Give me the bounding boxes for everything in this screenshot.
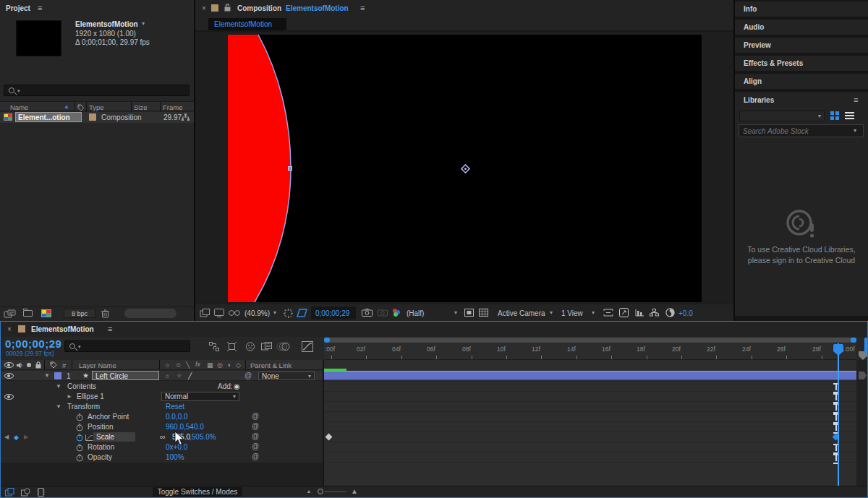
exposure-icon[interactable] (665, 308, 675, 317)
layer-duration-bar[interactable] (324, 371, 856, 380)
project-item-name-chevron-icon[interactable]: ▾ (142, 20, 145, 27)
project-col-type[interactable]: Type (89, 103, 104, 111)
scale-label[interactable]: Scale (96, 433, 114, 441)
interpret-footage-icon[interactable] (4, 310, 16, 318)
panel-tab-align[interactable]: Align (735, 74, 868, 89)
label-column-icon[interactable] (50, 361, 57, 369)
camera-dropdown[interactable]: Active Camera (498, 309, 545, 317)
layer-collapse-toggle[interactable]: ☼ (164, 372, 170, 379)
libraries-panel-title[interactable]: Libraries (744, 96, 774, 104)
opacity-pickwhip-icon[interactable]: @ (252, 452, 259, 460)
region-of-interest-icon[interactable] (284, 309, 293, 318)
panel-tab-audio-label[interactable]: Audio (744, 23, 764, 31)
viewer-timecode[interactable]: 0;00;00;29 (315, 309, 349, 317)
share-view-icon[interactable] (603, 309, 613, 317)
panel-tab-preview-label[interactable]: Preview (744, 41, 771, 49)
trash-icon[interactable] (101, 309, 109, 318)
vertical-scrollbar-thumb[interactable] (864, 338, 867, 353)
opacity-label[interactable]: Opacity (88, 453, 112, 461)
layer-color-swatch[interactable] (54, 372, 61, 379)
playhead-line[interactable] (838, 343, 839, 486)
show-snapshot-icon[interactable] (378, 309, 388, 317)
timeline-current-timecode[interactable]: 0;00;00;29 (5, 338, 61, 350)
transform-label[interactable]: Transform (67, 403, 100, 411)
graph-toggle-icon[interactable] (85, 434, 93, 441)
channel-colors-icon[interactable] (392, 308, 401, 317)
layer-row[interactable]: ▼ 1 ★ Left Circle ☼ ✧ ╱ @ None ▾ (1, 371, 323, 381)
layer-rasterize-toggle[interactable]: ✧ (176, 372, 182, 379)
stock-search-box[interactable]: ▾ (739, 124, 864, 137)
stopwatch-icon[interactable] (76, 454, 83, 462)
panel-close-icon[interactable]: × (202, 4, 206, 12)
project-col-size[interactable]: Size (134, 103, 147, 111)
scale-pickwhip-icon[interactable]: @ (252, 432, 259, 440)
new-composition-icon[interactable] (41, 309, 51, 317)
collapse-switch-icon[interactable]: ☼ (164, 361, 170, 369)
solo-column-icon[interactable] (27, 363, 31, 367)
panel-tab-audio[interactable]: Audio (735, 20, 868, 35)
anchor-pickwhip-icon[interactable]: @ (252, 412, 259, 420)
stopwatch-icon-active[interactable] (76, 434, 83, 442)
time-navigator-end-handle[interactable] (851, 338, 856, 343)
layer-eye-icon[interactable] (4, 373, 14, 379)
panel-tab-align-label[interactable]: Align (744, 77, 762, 85)
parent-link-column-header[interactable]: Parent & Link (250, 361, 292, 369)
motion-blur-icon[interactable] (278, 342, 290, 351)
label-color-icon[interactable] (77, 104, 84, 111)
expand-in-out-icon[interactable] (5, 488, 14, 497)
panel-tab-info[interactable]: Info (735, 1, 868, 17)
layer-quality-toggle[interactable]: ╱ (188, 372, 192, 379)
stock-search-chevron-icon[interactable]: ▾ (854, 127, 856, 134)
frame-blending-icon[interactable] (261, 342, 272, 351)
zoom-out-icon[interactable]: ▴ (307, 488, 310, 494)
project-row-label-swatch[interactable] (89, 113, 96, 121)
position-label[interactable]: Position (88, 423, 114, 431)
time-ruler[interactable]: :00f 02f 04f 06f 08f 10f 12f 14f 16f 18f… (324, 343, 856, 360)
view-layout-dropdown[interactable]: 1 View (561, 309, 583, 317)
search-chevron-icon[interactable]: ▾ (17, 88, 20, 94)
project-table-row[interactable]: Element...otion Composition 29.97 (0, 112, 194, 123)
stock-search-input[interactable] (743, 126, 848, 136)
zoom-in-icon[interactable]: ▲ (351, 487, 358, 495)
transform-disclosure-icon[interactable]: ▼ (56, 403, 61, 410)
contents-label[interactable]: Contents (67, 382, 96, 390)
ellipse-eye-icon[interactable] (4, 394, 14, 400)
exposure-value[interactable]: +0.0 (678, 309, 693, 317)
timeline-search-box[interactable]: ▾ (64, 340, 190, 352)
position-row[interactable]: Position 960.0,540.0 @ (1, 422, 323, 432)
list-view-icon[interactable] (845, 111, 854, 120)
rotation-row[interactable]: Rotation 0x+0.0 @ (1, 442, 323, 452)
view-chevron-icon[interactable]: ▾ (592, 309, 595, 316)
blend-mode-dropdown[interactable]: Normal ▾ (161, 392, 239, 401)
stopwatch-icon[interactable] (76, 413, 83, 421)
composition-tab[interactable]: ElementsofMotion (208, 18, 286, 30)
keyframe-nav-prev-icon[interactable]: ◀ (4, 434, 9, 440)
ellipse-disclosure-icon[interactable]: ► (67, 393, 72, 400)
panel-tab-effects-presets-label[interactable]: Effects & Presets (744, 59, 803, 67)
transform-reset-link[interactable]: Reset (166, 403, 184, 411)
grid-view-icon[interactable] (830, 111, 839, 120)
project-search-box[interactable]: ▾ (4, 85, 190, 96)
threed-switch-icon[interactable]: ◇ (236, 361, 241, 369)
shape-path-handle[interactable] (288, 166, 292, 171)
timeline-graph-icon[interactable] (635, 309, 644, 317)
stopwatch-icon[interactable] (76, 444, 83, 452)
constrain-proportions-icon[interactable]: ∞ (160, 432, 166, 441)
libraries-select[interactable]: ▾ (739, 111, 825, 121)
rotation-pickwhip-icon[interactable]: @ (252, 442, 259, 450)
timeline-close-icon[interactable]: × (7, 325, 12, 333)
stopwatch-icon[interactable] (76, 424, 83, 432)
position-pickwhip-icon[interactable]: @ (252, 422, 259, 430)
composition-panel-compname[interactable]: ElementsofMotion (286, 4, 349, 12)
timeline-search-chevron-icon[interactable]: ▾ (78, 344, 81, 350)
lock-icon[interactable] (224, 4, 231, 12)
video-column-eye-icon[interactable] (4, 362, 14, 368)
layer-disclosure-icon[interactable]: ▼ (44, 372, 50, 379)
project-item-name[interactable]: ElementsofMotion (75, 20, 138, 28)
motion-blur-switch-icon[interactable]: ◎ (217, 361, 223, 369)
timeline-zoom-track[interactable] (325, 491, 346, 492)
ellipse-label[interactable]: Ellipse 1 (77, 392, 104, 400)
rotation-label[interactable]: Rotation (88, 443, 114, 451)
project-panel-menu-icon[interactable]: ≡ (38, 4, 42, 12)
add-shape-icon[interactable]: ◉ (234, 382, 240, 390)
